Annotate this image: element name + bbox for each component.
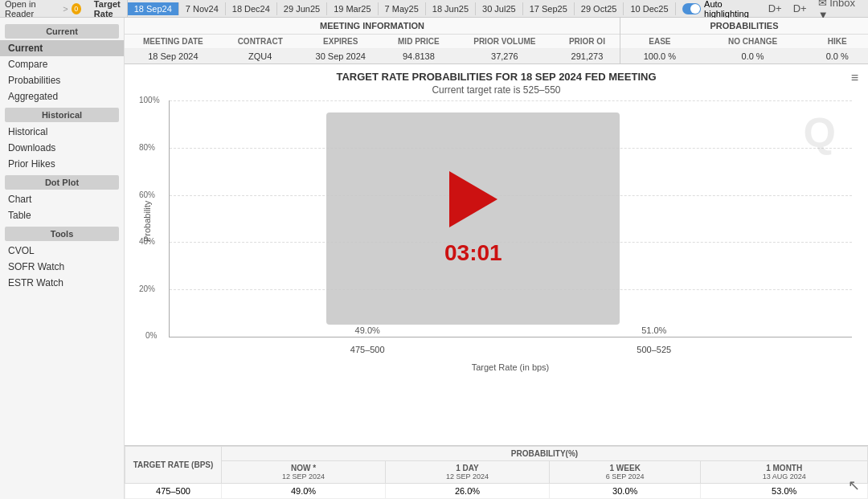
sidebar-item-table[interactable]: Table <box>0 207 124 223</box>
col-meeting-date: MEETING DATE <box>125 35 222 49</box>
sidebar-item-downloads[interactable]: Downloads <box>0 140 124 156</box>
date-tab-7[interactable]: 30 Jul25 <box>476 2 523 15</box>
cell-contract: ZQU4 <box>222 49 299 64</box>
chart-title: TARGET RATE PROBABILITIES FOR 18 SEP 202… <box>125 71 868 83</box>
col-expires: EXPIRES <box>299 35 383 49</box>
sidebar-item-probabilities[interactable]: Probabilities <box>0 72 124 88</box>
notification-badge: 0 <box>72 3 81 14</box>
sidebar-item-compare[interactable]: Compare <box>0 56 124 72</box>
date-tab-5[interactable]: 7 May25 <box>379 2 426 15</box>
chart-subtitle: Current target rate is 525–550 <box>125 84 868 96</box>
bottom-sub-1month: 1 MONTH 13 AUG 2024 <box>701 461 868 484</box>
y-tick-100: 100% <box>170 100 852 101</box>
bottom-sub-1month-date: 13 AUG 2024 <box>706 472 862 481</box>
cell-prior-oi: 291,273 <box>555 49 620 64</box>
probabilities-section: PROBABILITIES EASE NO CHANGE HIKE 100.0 … <box>620 18 868 63</box>
cell-now: 49.0% <box>222 484 386 499</box>
date-tabs: Target Rate 18 Sep24 7 Nov24 18 Dec24 29… <box>88 0 676 20</box>
sidebar-item-prior-hikes[interactable]: Prior Hikes <box>0 156 124 172</box>
cell-meeting-date: 18 Sep 2024 <box>125 49 222 64</box>
meeting-info-header: MEETING INFORMATION <box>125 18 620 35</box>
cell-1week: 30.0% <box>549 484 700 499</box>
sidebar: Current Current Compare Probabilities Ag… <box>0 18 125 499</box>
date-tab-9[interactable]: 29 Oct25 <box>575 2 624 15</box>
date-tab-0[interactable]: 18 Sep24 <box>128 2 179 15</box>
sidebar-item-cvol[interactable]: CVOL <box>0 243 124 259</box>
probabilities-table: EASE NO CHANGE HIKE 100.0 % 0.0 % 0.0 % <box>620 35 868 63</box>
bottom-col-prob-header: PROBABILITY(%) <box>222 447 868 461</box>
sidebar-item-estr-watch[interactable]: ESTR Watch <box>0 275 124 291</box>
col-contract: CONTRACT <box>222 35 299 49</box>
auto-highlighting-label: Auto highlighting <box>704 0 760 18</box>
sidebar-item-aggregated[interactable]: Aggregated <box>0 88 124 104</box>
video-timer: 03:01 <box>444 240 502 266</box>
date-tab-10[interactable]: 10 Dec25 <box>624 2 675 15</box>
cell-1day: 26.0% <box>385 484 549 499</box>
chart-area: TARGET RATE PROBABILITIES FOR 18 SEP 202… <box>125 64 868 445</box>
col-prior-oi: PRIOR OI <box>555 35 620 49</box>
d-plus-icon-2[interactable]: D+ <box>791 2 809 14</box>
cell-expires: 30 Sep 2024 <box>299 49 383 64</box>
sidebar-section-dot-plot: Dot Plot <box>5 175 119 190</box>
cell-hike: 0.0 % <box>806 49 868 64</box>
chart-inner: 100% 80% 60% 40% 20% 0% <box>169 100 852 337</box>
cell-prior-volume: 37,276 <box>455 49 555 64</box>
sidebar-item-chart[interactable]: Chart <box>0 191 124 207</box>
sidebar-item-sofr-watch[interactable]: SOFR Watch <box>0 259 124 275</box>
main-layout: Current Current Compare Probabilities Ag… <box>0 18 868 499</box>
toggle-thumb <box>690 4 700 14</box>
bar-label-475: 49.0% <box>306 325 429 337</box>
col-mid-price: MID PRICE <box>383 35 455 49</box>
date-tab-6[interactable]: 18 Jun25 <box>426 2 476 15</box>
target-rate-label: Target Rate <box>88 0 128 20</box>
y-axis-label: Probability <box>142 201 152 242</box>
bar-x-label-1: 475–500 <box>294 345 441 354</box>
bottom-probability-table: TARGET RATE (BPS) PROBABILITY(%) NOW * 1… <box>125 446 868 499</box>
meeting-info-section: MEETING INFORMATION MEETING DATE CONTRAC… <box>125 18 620 63</box>
date-tab-3[interactable]: 29 Jun25 <box>277 2 327 15</box>
toggle-track[interactable] <box>682 3 702 14</box>
chart-watermark: Q <box>804 108 836 157</box>
cell-ease: 100.0 % <box>620 49 699 64</box>
bottom-sub-now-date: 12 SEP 2024 <box>227 472 380 481</box>
sidebar-section-historical: Historical <box>5 108 119 122</box>
sidebar-section-current: Current <box>5 24 119 39</box>
d-plus-icon-1[interactable]: D+ <box>766 2 784 14</box>
col-no-change: NO CHANGE <box>699 35 807 49</box>
cell-no-change: 0.0 % <box>699 49 807 64</box>
sidebar-item-historical[interactable]: Historical <box>0 124 124 140</box>
date-tab-2[interactable]: 18 Dec24 <box>226 2 277 15</box>
bottom-sub-1day-date: 12 SEP 2024 <box>391 472 544 481</box>
cell-mid-price: 94.8138 <box>383 49 455 64</box>
open-in-reader-label: Open in Reader <box>5 0 59 18</box>
cell-rate: 475–500 <box>125 484 222 499</box>
date-tab-1[interactable]: 7 Nov24 <box>179 2 226 15</box>
date-tab-4[interactable]: 19 Mar25 <box>327 2 378 15</box>
col-hike: HIKE <box>806 35 868 49</box>
date-tab-8[interactable]: 17 Sep25 <box>523 2 575 15</box>
bottom-sub-1week-date: 6 SEP 2024 <box>555 472 695 481</box>
sidebar-section-tools: Tools <box>5 227 119 241</box>
bar-label-500: 51.0% <box>592 325 715 337</box>
bottom-sub-1day: 1 DAY 12 SEP 2024 <box>385 461 549 484</box>
table-row: 475–500 49.0% 26.0% 30.0% 53.0% <box>125 484 868 499</box>
content-area: MEETING INFORMATION MEETING DATE CONTRAC… <box>125 18 868 499</box>
chart-menu-icon[interactable]: ≡ <box>851 71 858 85</box>
auto-highlighting-toggle[interactable]: Auto highlighting <box>682 0 760 18</box>
cursor-icon: ↖ <box>848 477 860 494</box>
x-axis-label: Target Rate (in bps) <box>169 362 852 372</box>
probabilities-header: PROBABILITIES <box>620 18 868 35</box>
top-tables: MEETING INFORMATION MEETING DATE CONTRAC… <box>125 18 868 64</box>
bottom-sub-now: NOW * 12 SEP 2024 <box>222 461 386 484</box>
play-button[interactable] <box>449 171 497 227</box>
video-overlay[interactable]: 03:01 <box>326 112 620 325</box>
bottom-table-area: TARGET RATE (BPS) PROBABILITY(%) NOW * 1… <box>125 445 868 499</box>
sidebar-item-current[interactable]: Current <box>0 40 124 56</box>
bar-x-label-2: 500–525 <box>580 345 727 354</box>
bottom-sub-1week: 1 WEEK 6 SEP 2024 <box>549 461 700 484</box>
col-prior-volume: PRIOR VOLUME <box>455 35 555 49</box>
breadcrumb-sep: > <box>63 4 68 14</box>
cell-1month: 53.0% <box>701 484 868 499</box>
bottom-col-rate-header: TARGET RATE (BPS) <box>125 447 222 484</box>
open-in-reader-area: Open in Reader > 0 <box>5 0 81 18</box>
